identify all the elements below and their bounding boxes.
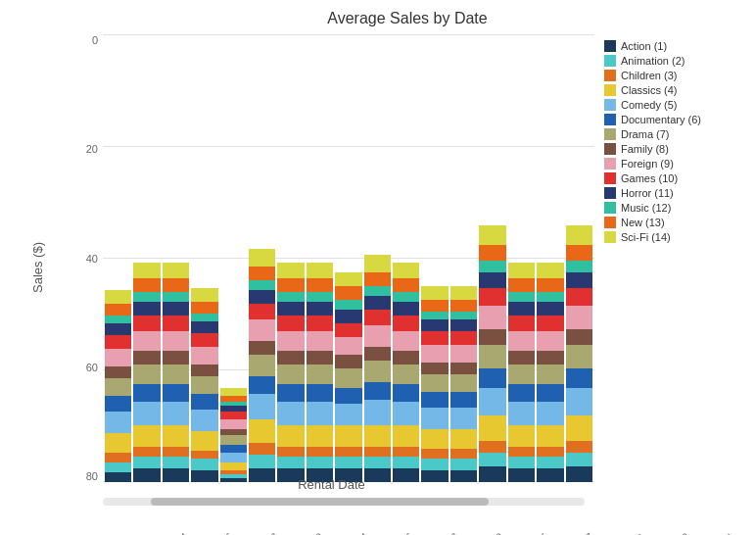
bar-segment-4-0 (220, 478, 247, 482)
bar-segment-16-7 (566, 329, 592, 345)
bar-segment-12-10 (450, 319, 477, 331)
bar-segment-10-10 (393, 302, 419, 316)
bar-segment-16-6 (566, 345, 592, 368)
bar-segment-3-0 (191, 470, 217, 482)
bar-segment-11-10 (421, 319, 448, 331)
x-label-5: 2005-06-16 (376, 531, 415, 535)
bar-segment-0-12 (105, 304, 131, 316)
bar-segment-14-13 (508, 263, 535, 278)
legend-item-1: Action (1) (604, 40, 746, 52)
bar-segment-12-2 (450, 449, 477, 459)
bar-col-0 (105, 290, 131, 482)
bar-col-8 (335, 272, 361, 482)
x-label-group-5: 2005-06-16 (362, 531, 407, 535)
bar-segment-12-1 (450, 459, 477, 470)
bar-segment-7-6 (307, 365, 333, 384)
bar-segment-7-10 (307, 302, 333, 316)
x-label-3: 2005-05-30 (286, 531, 325, 535)
bar-segment-16-9 (566, 288, 592, 306)
legend-label-1: Action (1) (621, 40, 667, 52)
bar-segment-2-1 (163, 457, 189, 468)
legend-swatch-10 (604, 172, 616, 184)
bar-segment-8-9 (335, 323, 361, 337)
legend-swatch-8 (604, 143, 616, 155)
bar-segment-11-6 (421, 374, 448, 392)
bar-segment-3-2 (191, 451, 217, 459)
bar-segment-7-12 (307, 278, 333, 292)
bar-segment-1-8 (133, 331, 160, 351)
x-label-0: 2005-05-24 (150, 531, 189, 535)
y-tick-0: 0 (92, 35, 98, 46)
bar-segment-15-1 (537, 457, 563, 468)
bar-segment-3-12 (191, 302, 217, 314)
y-tick-20: 20 (86, 144, 98, 155)
bar-segment-14-3 (508, 425, 535, 447)
bar-segment-15-6 (537, 365, 563, 384)
bar-segment-1-10 (133, 302, 160, 316)
bar-segment-10-11 (393, 292, 419, 302)
bar-segment-9-11 (364, 286, 391, 296)
bar-segment-2-12 (163, 278, 189, 292)
bar-segment-16-10 (566, 272, 592, 288)
bar-segment-13-6 (479, 345, 505, 368)
bar-segment-13-4 (479, 388, 505, 415)
bar-segment-16-12 (566, 245, 592, 261)
bar-segment-8-7 (335, 355, 361, 368)
x-label-group-8: 2005-07-05 (497, 531, 543, 535)
bar-segment-14-8 (508, 331, 535, 351)
bar-segment-3-7 (191, 365, 217, 376)
bar-segment-7-13 (307, 263, 333, 278)
legend-swatch-7 (604, 128, 616, 140)
legend-label-9: Foreign (9) (621, 158, 674, 170)
bar-segment-1-0 (133, 468, 160, 482)
bar-segment-8-1 (335, 457, 361, 468)
bar-segment-5-4 (249, 394, 275, 419)
bar-segment-10-2 (393, 447, 419, 457)
bar-segment-5-5 (249, 376, 275, 394)
legend-label-11: Horror (11) (621, 187, 674, 199)
bar-segment-6-3 (277, 425, 304, 447)
x-axis-title: Rental Date (298, 477, 365, 492)
bar-segment-7-3 (307, 425, 333, 447)
bar-segment-4-13 (220, 388, 247, 396)
bar-segment-11-1 (421, 459, 448, 470)
legend-item-3: Children (3) (604, 70, 746, 81)
bar-segment-0-6 (105, 378, 131, 396)
bar-segment-13-1 (479, 453, 505, 466)
x-label-group-6: 2005-06-18 (407, 531, 452, 535)
bar-segment-10-1 (393, 457, 419, 468)
chart-container: Average Sales by Date Sales ($) 80 60 40… (0, 0, 756, 535)
bar-segment-15-5 (537, 384, 563, 402)
bar-segment-15-7 (537, 351, 563, 365)
bar-segment-13-12 (479, 245, 505, 261)
bar-segment-6-12 (277, 278, 304, 292)
x-label-12: 2005-07-11 (696, 531, 735, 535)
bar-segment-2-0 (163, 468, 189, 482)
x-label-6: 2005-06-18 (421, 531, 460, 535)
bar-segment-4-4 (220, 453, 247, 462)
legend-item-11: Horror (11) (604, 187, 746, 199)
bars-area: 2005-05-242005-05-262005-05-282005-05-30… (103, 35, 594, 482)
bar-segment-10-7 (393, 351, 419, 365)
bar-segment-8-11 (335, 300, 361, 310)
x-label-11: 2005-07-09 (651, 531, 690, 535)
bar-segment-10-4 (393, 402, 419, 425)
bar-segment-14-12 (508, 278, 535, 292)
legend-item-7: Drama (7) (604, 128, 746, 140)
bar-col-11 (421, 286, 448, 482)
bar-segment-11-0 (421, 470, 448, 482)
bar-segment-0-1 (105, 462, 131, 472)
scrollbar[interactable] (103, 498, 585, 506)
bar-segment-6-8 (277, 331, 304, 351)
bar-segment-12-4 (450, 408, 477, 429)
x-label-group-1: 2005-05-26 (182, 531, 227, 535)
bar-segment-16-8 (566, 306, 592, 329)
bar-segment-13-9 (479, 288, 505, 306)
bar-segment-8-3 (335, 425, 361, 447)
x-label-group-9: 2005-07-07 (543, 531, 588, 535)
scrollbar-thumb[interactable] (151, 498, 488, 506)
bar-col-1 (133, 263, 160, 482)
x-label-group-7: 2005-06-20 (452, 531, 497, 535)
bar-segment-1-4 (133, 402, 160, 425)
legend-swatch-6 (604, 114, 616, 125)
